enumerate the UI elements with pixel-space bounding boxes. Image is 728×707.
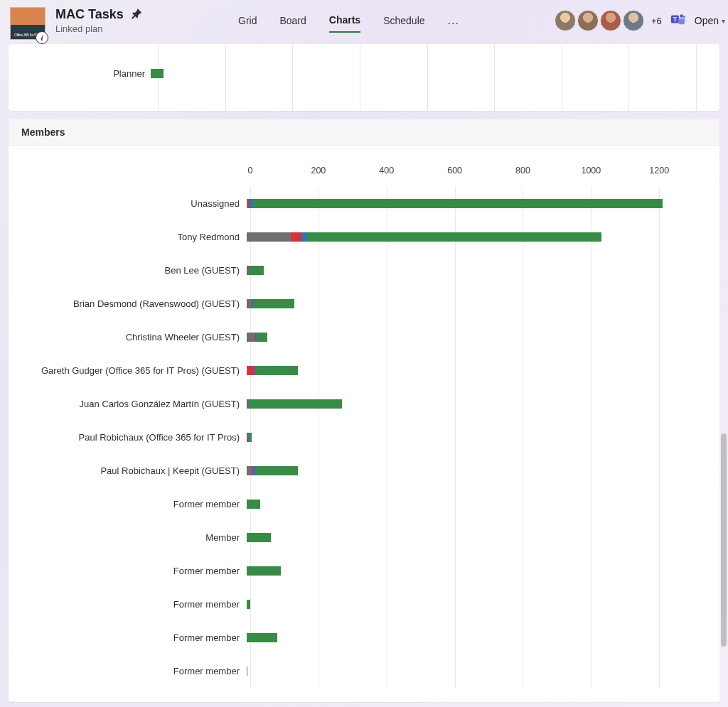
plan-title: MAC Tasks: [55, 7, 124, 22]
x-tick: 200: [311, 166, 326, 176]
bar-segment-completed[interactable]: [249, 433, 252, 442]
bar[interactable]: [247, 666, 691, 676]
chart-row[interactable]: Former member: [37, 621, 691, 654]
chart-row[interactable]: Former member: [37, 487, 691, 521]
bucket-bar[interactable]: [151, 69, 164, 78]
x-tick: 0: [248, 166, 253, 176]
teams-icon[interactable]: T: [670, 11, 686, 30]
chart-row[interactable]: Paul Robichaux (Office 365 for IT Pros): [37, 421, 691, 454]
bar[interactable]: [247, 299, 691, 308]
bar-segment-completed[interactable]: [306, 232, 601, 242]
bar-segment-completed[interactable]: [247, 633, 277, 642]
chart-row[interactable]: Gareth Gudger (Office 365 for IT Pros) (…: [37, 354, 691, 387]
chart-row[interactable]: Brian Desmond (Ravenswood) (GUEST): [37, 287, 691, 320]
row-label: Gareth Gudger (Office 365 for IT Pros) (…: [37, 365, 247, 376]
svg-point-3: [682, 16, 685, 18]
x-tick: 1200: [649, 166, 669, 176]
bar-segment-completed[interactable]: [247, 500, 260, 509]
bar-segment-not_started[interactable]: [247, 333, 255, 342]
bar[interactable]: [247, 232, 691, 242]
bar-segment-in_progress[interactable]: [301, 232, 306, 242]
chart-row[interactable]: Christina Wheeler (GUEST): [37, 320, 691, 354]
row-label: Juan Carlos González Martín (GUEST): [37, 399, 247, 409]
bar-segment-late[interactable]: [291, 232, 301, 242]
bar-segment-completed[interactable]: [247, 566, 281, 576]
bar-segment-not_started[interactable]: [247, 466, 252, 475]
bar-segment-completed[interactable]: [247, 533, 271, 542]
chart-row[interactable]: Unassigned: [37, 187, 691, 220]
chart-row[interactable]: Paul Robichaux | Keepit (GUEST): [37, 454, 691, 487]
pin-icon[interactable]: [131, 8, 142, 22]
bar-segment-completed[interactable]: [256, 366, 297, 375]
bar-segment-completed[interactable]: [253, 199, 663, 208]
bar[interactable]: [247, 399, 691, 409]
open-label: Open: [695, 15, 719, 26]
bar[interactable]: [247, 366, 691, 375]
row-label: Former member: [37, 499, 247, 509]
info-icon[interactable]: i: [36, 31, 48, 44]
chart-plot: UnassignedTony RedmondBen Lee (GUEST)Bri…: [37, 187, 691, 688]
avatar[interactable]: [577, 10, 599, 31]
bar[interactable]: [247, 500, 691, 509]
bar[interactable]: [247, 633, 691, 642]
row-label: Former member: [37, 632, 247, 643]
row-label: Former member: [37, 599, 247, 610]
chart-row[interactable]: Former member: [37, 554, 691, 588]
open-button[interactable]: Open ▾: [695, 15, 725, 26]
member-avatars[interactable]: [555, 10, 644, 31]
row-label: Member: [37, 532, 247, 543]
chart-row[interactable]: Former member: [37, 588, 691, 621]
row-label: Paul Robichaux (Office 365 for IT Pros): [37, 432, 247, 443]
tab-grid[interactable]: Grid: [238, 15, 257, 32]
bar[interactable]: [247, 600, 691, 609]
bar[interactable]: [247, 433, 691, 442]
chart-row[interactable]: Former member: [37, 654, 691, 688]
bar-segment-not_started[interactable]: [247, 232, 291, 242]
plan-subtitle: Linked plan: [55, 23, 142, 34]
bar-segment-completed[interactable]: [249, 266, 264, 275]
members-chart-card: Members 020040060080010001200 Unassigned…: [9, 119, 719, 702]
row-label: Paul Robichaux | Keepit (GUEST): [37, 465, 247, 476]
bar-segment-completed[interactable]: [253, 299, 294, 308]
chevron-down-icon: ▾: [722, 17, 725, 25]
row-label: Christina Wheeler (GUEST): [37, 332, 247, 342]
bar[interactable]: [247, 266, 691, 275]
bar-segment-completed[interactable]: [247, 600, 250, 609]
bar-segment-completed[interactable]: [257, 333, 267, 342]
plan-icon[interactable]: Office 365 for IT Pr i: [10, 7, 46, 40]
row-label: Ben Lee (GUEST): [37, 265, 247, 276]
avatar[interactable]: [623, 10, 644, 31]
bar[interactable]: [247, 533, 691, 542]
row-label: Brian Desmond (Ravenswood) (GUEST): [37, 298, 247, 309]
members-title: Members: [9, 119, 719, 146]
bar[interactable]: [247, 199, 691, 208]
bar-segment-completed[interactable]: [256, 466, 297, 475]
more-tabs-icon[interactable]: ···: [448, 17, 459, 30]
bucket-row-label: Planner: [9, 68, 151, 79]
bar-segment-not_started[interactable]: [247, 299, 252, 308]
scrollbar-track[interactable]: [719, 57, 727, 704]
view-tabs: Grid Board Charts Schedule ···: [238, 14, 459, 33]
bar[interactable]: [247, 333, 691, 342]
chart-row[interactable]: Juan Carlos González Martín (GUEST): [37, 387, 691, 421]
tab-charts[interactable]: Charts: [329, 14, 360, 33]
tab-board[interactable]: Board: [279, 15, 306, 32]
bar[interactable]: [247, 566, 691, 576]
avatar[interactable]: [555, 10, 576, 31]
more-members-count[interactable]: +6: [651, 16, 662, 26]
x-tick: 800: [515, 166, 530, 176]
chart-row[interactable]: Ben Lee (GUEST): [37, 254, 691, 287]
chart-row[interactable]: Tony Redmond: [37, 220, 691, 254]
avatar[interactable]: [600, 10, 621, 31]
bar-segment-completed[interactable]: [247, 666, 247, 676]
svg-point-2: [680, 14, 683, 18]
tab-schedule[interactable]: Schedule: [383, 15, 424, 32]
scrollbar-thumb[interactable]: [721, 433, 727, 647]
row-label: Former member: [37, 666, 247, 676]
bar-segment-completed[interactable]: [249, 399, 342, 409]
app-header: Office 365 for IT Pr i MAC Tasks Linked …: [0, 0, 728, 44]
bar[interactable]: [247, 466, 691, 475]
bar-segment-late[interactable]: [247, 366, 255, 375]
x-tick: 400: [379, 166, 394, 176]
chart-row[interactable]: Member: [37, 521, 691, 554]
